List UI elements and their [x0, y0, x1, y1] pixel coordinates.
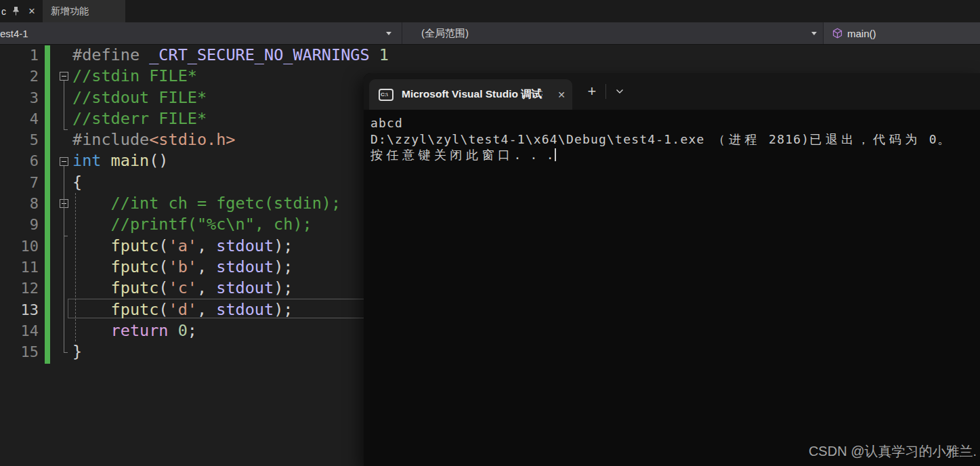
titlebar-divider: [605, 84, 606, 99]
fold-guide-tick: [64, 236, 68, 236]
cmd-icon: C:\: [379, 89, 393, 101]
tab-new-features[interactable]: 新增功能: [43, 0, 125, 22]
chevron-down-icon: [811, 32, 817, 35]
code-line[interactable]: fputc('d', stdout);: [72, 299, 389, 320]
code-line[interactable]: fputc('c', stdout);: [72, 278, 389, 299]
terminal-titlebar: C:\ Microsoft Visual Studio 调试控制台 ✕ +: [364, 73, 980, 110]
terminal-cursor: [555, 148, 556, 161]
line-number[interactable]: 4: [0, 108, 39, 129]
navigation-bar: est4-1 (全局范围) main(): [0, 22, 980, 45]
line-number[interactable]: 7: [0, 172, 39, 193]
line-number[interactable]: 14: [0, 320, 39, 341]
line-number[interactable]: 8: [0, 193, 39, 214]
code-area[interactable]: #define _CRT_SECURE_NO_WARNINGS 1//stdin…: [72, 45, 389, 362]
document-tab-strip: c ✕ 新增功能: [0, 0, 980, 22]
terminal-tab[interactable]: C:\ Microsoft Visual Studio 调试控制台 ✕: [369, 79, 572, 110]
terminal-line: 按任意键关闭此窗口. . .: [370, 147, 980, 163]
scope-dropdown[interactable]: (全局范围): [402, 22, 823, 44]
line-number[interactable]: 6: [0, 150, 39, 171]
code-line[interactable]: //stdin FILE*: [72, 66, 389, 87]
code-line[interactable]: #include<stdio.h>: [72, 129, 389, 150]
member-dropdown[interactable]: main(): [823, 22, 980, 44]
line-numbers[interactable]: 123456789101112131415: [0, 45, 39, 362]
terminal-content[interactable]: abcdD:\zzyl\zyl\test4-1\x64\Debug\test4-…: [370, 115, 980, 163]
code-line[interactable]: fputc('b', stdout);: [72, 257, 389, 278]
line-number[interactable]: 2: [0, 66, 39, 87]
scope-dropdown-value: (全局范围): [421, 27, 469, 40]
line-number[interactable]: 12: [0, 278, 39, 299]
line-number[interactable]: 3: [0, 87, 39, 108]
code-line[interactable]: //printf("%c\n", ch);: [72, 214, 389, 235]
code-line[interactable]: fputc('a', stdout);: [72, 236, 389, 257]
terminal-tab-title: Microsoft Visual Studio 调试控制台: [402, 87, 542, 102]
line-number[interactable]: 1: [0, 45, 39, 66]
chevron-down-icon: [386, 32, 391, 35]
new-tab-button[interactable]: +: [583, 81, 601, 102]
fold-guide-line: [64, 81, 64, 129]
cube-icon: [832, 28, 843, 39]
terminal-window: C:\ Microsoft Visual Studio 调试控制台 ✕ + ab…: [364, 73, 980, 466]
code-line[interactable]: //stdout FILE*: [72, 87, 389, 108]
member-dropdown-value: main(): [847, 28, 876, 39]
code-line[interactable]: {: [72, 172, 389, 193]
line-number[interactable]: 15: [0, 341, 39, 362]
line-number[interactable]: 10: [0, 236, 39, 257]
terminal-line: D:\zzyl\zyl\test4-1\x64\Debug\test4-1.ex…: [370, 131, 980, 148]
code-line[interactable]: }: [72, 341, 389, 362]
ide-window: c ✕ 新增功能 est4-1 (全局范围) main(): [0, 0, 980, 466]
watermark: CSDN @认真学习的小雅兰.: [809, 442, 977, 461]
line-number[interactable]: 11: [0, 257, 39, 278]
tab-new-features-label: 新增功能: [51, 5, 89, 18]
line-number[interactable]: 5: [0, 129, 39, 150]
fold-marker-line2[interactable]: [60, 72, 68, 81]
change-tracking-bar: [45, 45, 50, 364]
close-icon[interactable]: ✕: [25, 5, 39, 18]
line-number[interactable]: 9: [0, 214, 39, 235]
code-line[interactable]: //stderr FILE*: [72, 108, 389, 129]
fold-marker-line6[interactable]: [60, 157, 68, 166]
code-line[interactable]: #define _CRT_SECURE_NO_WARNINGS 1: [72, 45, 389, 66]
code-line[interactable]: //int ch = fgetc(stdin);: [72, 193, 389, 214]
fold-guide-tick: [64, 129, 68, 130]
pin-icon[interactable]: [9, 5, 22, 18]
project-dropdown[interactable]: est4-1: [0, 22, 401, 44]
fold-guide-tick: [64, 352, 68, 353]
terminal-tab-close-icon[interactable]: ✕: [557, 89, 566, 100]
code-line[interactable]: int main(): [72, 150, 389, 171]
code-line[interactable]: return 0;: [72, 320, 389, 341]
project-dropdown-value: est4-1: [0, 28, 28, 39]
line-number[interactable]: 13: [0, 299, 39, 320]
document-tab-label: c: [1, 6, 6, 17]
terminal-line: abcd: [370, 115, 980, 131]
tab-dropdown-button[interactable]: [611, 81, 629, 102]
fold-guide-line: [64, 166, 64, 352]
document-tab-active-partial[interactable]: c ✕: [0, 0, 39, 22]
